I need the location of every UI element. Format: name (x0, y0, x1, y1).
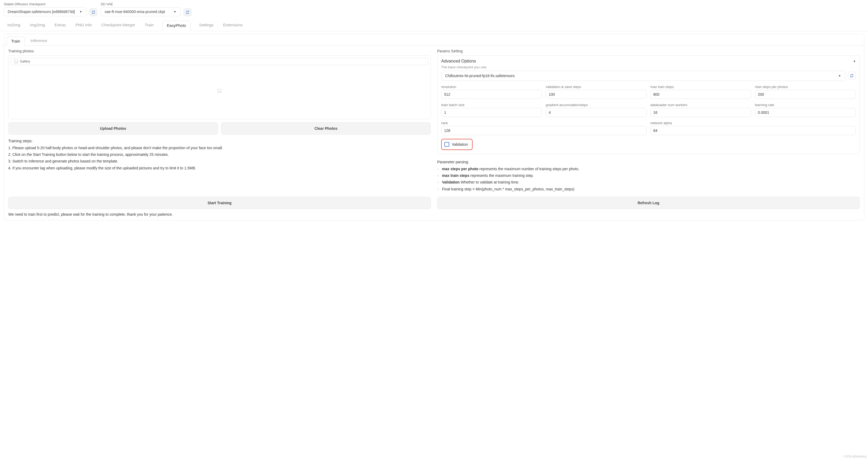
subtab-train[interactable]: Train (7, 36, 25, 46)
refresh-log-button[interactable]: Refresh Log (437, 197, 860, 209)
network-alpha-input[interactable] (650, 126, 856, 135)
tab-txt2img[interactable]: txt2img (6, 21, 21, 31)
image-icon (13, 59, 18, 64)
refresh-checkpoint-button[interactable] (89, 8, 97, 16)
rank-input[interactable] (441, 126, 647, 135)
tab-settings[interactable]: Settings (198, 21, 214, 31)
parameter-parsing-title: Parameter parsing: (437, 160, 860, 164)
training-step-1: 1. Please upload 5-20 half-body photos o… (8, 145, 431, 151)
training-steps-title: Training steps: (8, 139, 431, 143)
resolution-label: resolution (441, 85, 456, 89)
sd-checkpoint-value: DreamShaper.safetensors [ed989d673d] (8, 9, 75, 14)
parsing-item-1: max steps per photo represents the maxim… (437, 166, 860, 172)
parsing-item-2: max train steps represents the maximum t… (437, 172, 860, 179)
max-train-steps-label: max train steps (650, 85, 674, 89)
gradient-accumulation-label: gradient accumulationsteps (546, 103, 588, 107)
network-alpha-label: network alpha (650, 121, 672, 125)
image-placeholder-icon (217, 89, 222, 93)
parsing-item-4: Final training step = Min(photo_num * ma… (437, 186, 860, 193)
sd-checkpoint-label: Stable Diffusion checkpoint (4, 2, 86, 6)
main-tabs: txt2img img2img Extras PNG Info Checkpoi… (0, 17, 868, 31)
tab-checkpoint-merger[interactable]: Checkpoint Merger (100, 21, 136, 31)
start-training-button[interactable]: Start Training (8, 197, 431, 209)
svg-point-3 (219, 90, 219, 91)
chevron-down-icon: ▼ (838, 74, 841, 77)
training-photos-title: Training photos (8, 49, 431, 53)
refresh-base-checkpoint-button[interactable] (848, 72, 856, 80)
refresh-icon (185, 10, 190, 14)
refresh-vae-button[interactable] (184, 8, 192, 16)
tab-extras[interactable]: Extras (54, 21, 67, 31)
subtab-inference[interactable]: Inference (26, 36, 52, 45)
tab-easyphoto[interactable]: EasyPhoto (162, 21, 191, 31)
validation-label: Validation (452, 142, 468, 146)
training-step-4: 4. If you encounter lag when uploading, … (8, 165, 431, 171)
resolution-input[interactable] (441, 90, 542, 99)
gradient-accumulation-input[interactable] (546, 108, 647, 117)
parsing-item-3: Validation Whether to validate at traini… (437, 179, 860, 186)
rank-label: rank (441, 121, 448, 125)
validation-highlight: Validation (441, 139, 473, 150)
refresh-icon (850, 74, 854, 78)
sd-vae-dropdown[interactable]: vae-ft-mse-840000-ema-pruned.ckpt ▼ (101, 7, 180, 16)
tab-extensions[interactable]: Extensions (222, 21, 244, 31)
sd-vae-label: SD VAE (101, 2, 180, 6)
sd-checkpoint-dropdown[interactable]: DreamShaper.safetensors [ed989d673d] ▼ (4, 7, 86, 16)
params-setting-title: Params Setting (437, 49, 860, 53)
gallery-label: Gallery (20, 60, 30, 63)
training-note: We need to train first to predict, pleas… (4, 209, 864, 217)
base-checkpoint-label: The base checkpoint you use. (441, 65, 856, 69)
dataloader-workers-input[interactable] (650, 108, 751, 117)
base-checkpoint-value: Chilloutmix-Ni-pruned-fp16-fix.safetenso… (445, 74, 515, 78)
learning-rate-label: learning rate (755, 103, 774, 107)
upload-photos-button[interactable]: Upload Photos (8, 122, 218, 135)
max-train-steps-input[interactable] (650, 90, 751, 99)
chevron-down-icon: ▼ (174, 10, 177, 13)
validation-save-steps-input[interactable] (546, 90, 647, 99)
chevron-down-icon: ▼ (79, 10, 82, 13)
gallery-area[interactable]: Gallery (8, 55, 431, 119)
train-batch-size-input[interactable] (441, 108, 542, 117)
sub-tabs: Train Inference (4, 34, 864, 46)
max-steps-per-photos-input[interactable] (755, 90, 856, 99)
clear-photos-button[interactable]: Clear Photos (221, 122, 431, 135)
gallery-tab[interactable]: Gallery (11, 58, 428, 65)
validation-save-steps-label: validation & save steps (546, 85, 581, 89)
dataloader-workers-label: dataloader num workers (650, 103, 687, 107)
training-step-2: 2. Click on the Start Training button be… (8, 151, 431, 158)
validation-checkbox[interactable] (444, 142, 449, 147)
train-batch-size-label: train batch size (441, 103, 464, 107)
base-checkpoint-dropdown[interactable]: Chilloutmix-Ni-pruned-fp16-fix.safetenso… (441, 71, 845, 81)
learning-rate-input[interactable] (755, 108, 856, 117)
tab-train[interactable]: Train (144, 21, 155, 31)
svg-point-1 (15, 61, 16, 61)
sd-vae-value: vae-ft-mse-840000-ema-pruned.ckpt (104, 9, 165, 14)
max-steps-per-photos-label: max steps per photos (755, 85, 788, 89)
training-step-3: 3. Switch to Inference and generate phot… (8, 158, 431, 165)
advanced-options-title: Advanced Options (441, 59, 476, 64)
refresh-icon (91, 10, 96, 14)
tab-img2img[interactable]: img2img (29, 21, 46, 31)
tab-pnginfo[interactable]: PNG Info (74, 21, 93, 31)
collapse-icon[interactable]: ▼ (853, 60, 856, 63)
